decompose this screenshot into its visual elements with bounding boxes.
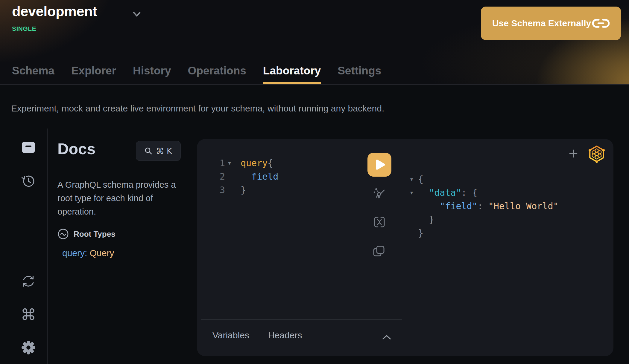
prettify-icon	[372, 186, 387, 201]
response-line: "field": "Hello World"	[410, 199, 559, 213]
add-tab-button[interactable]: +	[566, 146, 581, 161]
line-number: 1	[212, 156, 225, 170]
tab-variables[interactable]: Variables	[212, 330, 249, 340]
tab-headers[interactable]: Headers	[268, 330, 302, 340]
tab-settings[interactable]: Settings	[338, 57, 381, 84]
fold-arrow-icon	[225, 170, 234, 183]
copy-query-button[interactable]	[372, 244, 386, 258]
root-field-name: query	[62, 248, 85, 258]
fold-arrow-icon	[410, 199, 418, 213]
sidebar-item-docs[interactable]	[21, 140, 36, 155]
code-text: }	[234, 183, 246, 197]
copy-icon	[372, 244, 386, 258]
fold-arrow-icon	[410, 226, 418, 240]
response-pane: ▾ { ▾ "data": { "field": "Hello World" }…	[410, 172, 559, 240]
docs-icon	[21, 140, 36, 154]
editor-footer-divider	[201, 319, 402, 320]
response-line: ▾ {	[410, 172, 559, 186]
use-schema-externally-button[interactable]: Use Schema Externally	[481, 7, 621, 40]
play-icon	[373, 158, 386, 171]
execute-query-button[interactable]	[367, 153, 391, 177]
response-line: }	[410, 213, 559, 226]
page-subtitle: Experiment, mock and create live environ…	[11, 103, 384, 114]
use-schema-externally-label: Use Schema Externally	[492, 18, 591, 28]
line-number: 3	[212, 183, 225, 197]
code-text: query{	[234, 156, 273, 170]
root-types-section[interactable]: Root Types	[57, 228, 116, 240]
sidebar-item-settings[interactable]	[21, 340, 36, 355]
sidebar-item-reload-schema[interactable]	[21, 274, 36, 289]
editor-line: 3 }	[212, 183, 278, 197]
response-text: "data": {	[418, 186, 478, 199]
chevron-down-icon	[130, 9, 143, 19]
history-icon	[21, 173, 36, 188]
environment-badge: SINGLE	[12, 25, 36, 32]
root-type-query-link[interactable]: query: Query	[62, 248, 114, 258]
search-shortcut-label: ⌘ K	[156, 146, 172, 156]
link-icon	[592, 15, 610, 32]
graphiql-panel: 1 ▾ query{ 2 field 3 }	[197, 139, 613, 356]
docs-panel: Docs ⌘ K A GraphQL schema provides a roo…	[57, 140, 183, 158]
response-text: }	[418, 213, 434, 226]
docs-search-button[interactable]: ⌘ K	[136, 141, 181, 161]
main-nav-tabs: Schema Explorer History Operations Labor…	[12, 57, 381, 84]
code-text: field	[234, 170, 278, 183]
root-type-name[interactable]: Query	[90, 248, 114, 258]
root-types-label: Root Types	[74, 230, 116, 239]
fold-arrow-icon[interactable]: ▾	[410, 186, 418, 199]
collapse-footer-button[interactable]	[381, 332, 393, 343]
chevron-up-icon	[382, 334, 392, 340]
graphql-hive-logo[interactable]	[588, 145, 606, 163]
query-editor[interactable]: 1 ▾ query{ 2 field 3 }	[212, 156, 278, 197]
docs-description: A GraphQL schema provides a root type fo…	[57, 178, 184, 218]
project-switcher[interactable]	[130, 9, 143, 20]
tab-schema[interactable]: Schema	[12, 57, 54, 84]
line-number: 2	[212, 170, 225, 183]
tab-explorer[interactable]: Explorer	[71, 57, 116, 84]
root-field-separator: :	[85, 248, 90, 258]
laboratory-page: development SINGLE Use Schema Externally…	[0, 0, 629, 364]
editor-line: 1 ▾ query{	[212, 156, 278, 170]
page-header: development SINGLE Use Schema Externally…	[0, 0, 629, 85]
fold-arrow-icon	[225, 183, 234, 197]
sidebar-divider	[47, 129, 48, 364]
fold-arrow-icon[interactable]: ▾	[225, 156, 234, 170]
merge-fragments-button[interactable]	[372, 215, 387, 229]
response-text: {	[418, 172, 423, 186]
hive-logo-icon	[588, 145, 606, 163]
response-text: }	[418, 226, 423, 240]
tab-history[interactable]: History	[133, 57, 171, 84]
search-icon	[145, 147, 152, 155]
tab-laboratory[interactable]: Laboratory	[263, 57, 321, 84]
response-line: ▾ "data": {	[410, 186, 559, 199]
response-line: }	[410, 226, 559, 240]
tab-operations[interactable]: Operations	[188, 57, 246, 84]
sidebar-item-shortcuts[interactable]: ⌘	[21, 307, 36, 322]
reload-icon	[21, 274, 36, 289]
root-types-icon	[57, 228, 69, 240]
sidebar-item-history[interactable]	[21, 173, 36, 188]
gear-icon	[21, 340, 36, 355]
project-title: development	[12, 3, 97, 19]
response-text: "field": "Hello World"	[418, 199, 559, 213]
editor-line: 2 field	[212, 170, 278, 183]
prettify-button[interactable]	[372, 186, 387, 201]
fold-arrow-icon	[410, 213, 418, 226]
merge-icon	[372, 215, 387, 229]
fold-arrow-icon[interactable]: ▾	[410, 172, 418, 186]
command-icon: ⌘	[21, 306, 36, 324]
